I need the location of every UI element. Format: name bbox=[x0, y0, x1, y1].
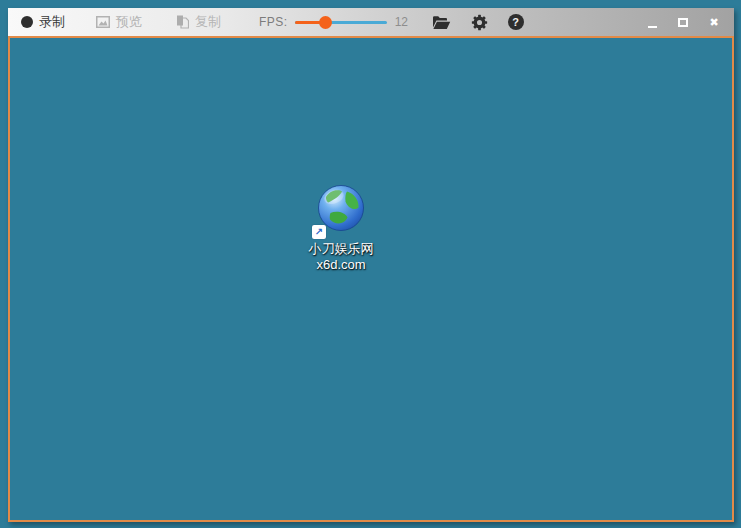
maximize-icon bbox=[678, 18, 688, 27]
record-button-label: 录制 bbox=[39, 13, 65, 31]
desktop-icon-label: 小刀娱乐网 x6d.com bbox=[297, 241, 385, 273]
preview-button[interactable]: 预览 bbox=[96, 13, 142, 31]
gear-icon bbox=[471, 14, 488, 31]
fps-label: FPS: bbox=[259, 15, 288, 29]
record-button[interactable]: 录制 bbox=[21, 13, 65, 31]
desktop-icon-label-line1: 小刀娱乐网 bbox=[297, 241, 385, 257]
desktop-shortcut-x6d[interactable]: ↗ 小刀娱乐网 x6d.com bbox=[297, 184, 385, 273]
maximize-button[interactable] bbox=[676, 14, 690, 30]
fps-slider-thumb[interactable] bbox=[319, 16, 332, 29]
toolbar: 录制 预览 复制 FPS: 12 bbox=[8, 8, 734, 36]
desktop: { "toolbar": { "record": { "label": "录制"… bbox=[0, 0, 741, 528]
image-icon bbox=[96, 16, 110, 28]
record-dot-icon bbox=[21, 16, 33, 28]
capture-area bbox=[8, 36, 734, 522]
copy-button[interactable]: 复制 bbox=[176, 13, 221, 31]
minimize-icon bbox=[648, 26, 657, 28]
globe-icon: ↗ bbox=[317, 184, 365, 236]
help-icon: ? bbox=[508, 14, 524, 30]
copy-icon bbox=[176, 15, 189, 29]
shortcut-arrow-icon: ↗ bbox=[312, 225, 326, 239]
help-button[interactable]: ? bbox=[508, 14, 524, 30]
close-icon: ✖ bbox=[709, 17, 718, 28]
open-folder-icon bbox=[432, 15, 451, 30]
fps-slider[interactable] bbox=[295, 15, 387, 30]
settings-button[interactable] bbox=[471, 14, 488, 31]
close-button[interactable]: ✖ bbox=[707, 14, 721, 30]
window-controls: ✖ bbox=[645, 14, 734, 30]
open-folder-button[interactable] bbox=[432, 15, 451, 30]
minimize-button[interactable] bbox=[645, 14, 659, 30]
copy-button-label: 复制 bbox=[195, 13, 221, 31]
preview-button-label: 预览 bbox=[116, 13, 142, 31]
desktop-icon-label-line2: x6d.com bbox=[297, 257, 385, 273]
fps-value: 12 bbox=[395, 15, 411, 29]
